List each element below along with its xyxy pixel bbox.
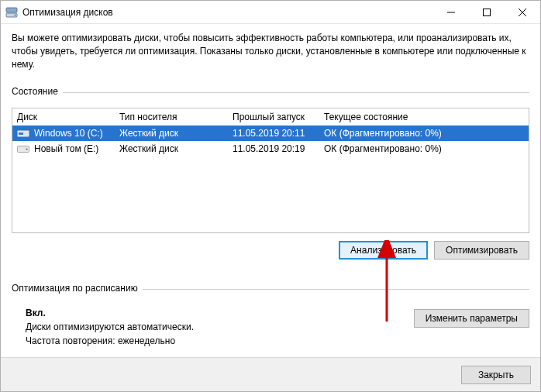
schedule-auto: Диски оптимизируются автоматически. <box>26 322 414 332</box>
schedule-section-label: Оптимизация по расписанию <box>12 283 138 294</box>
svg-point-7 <box>26 149 27 150</box>
schedule-section: Вкл. Диски оптимизируются автоматически.… <box>12 308 529 349</box>
divider <box>63 92 529 93</box>
change-settings-button[interactable]: Изменить параметры <box>414 309 529 328</box>
drives-table: Диск Тип носителя Прошлый запуск Текущее… <box>12 108 529 233</box>
schedule-freq: Частота повторения: еженедельно <box>26 335 414 346</box>
table-actions: Анализировать Оптимизировать <box>12 241 529 260</box>
cell-state: ОК (Фрагментировано: 0%) <box>324 128 524 139</box>
analyze-button[interactable]: Анализировать <box>339 241 428 260</box>
cell-last: 11.05.2019 20:19 <box>233 143 324 154</box>
divider <box>143 289 529 290</box>
cell-media: Жесткий диск <box>119 128 233 139</box>
intro-text: Вы можете оптимизировать диски, чтобы по… <box>12 32 529 70</box>
table-header: Диск Тип носителя Прошлый запуск Текущее… <box>12 108 529 126</box>
col-header-state[interactable]: Текущее состояние <box>324 112 524 122</box>
table-row[interactable]: Новый том (E:) Жесткий диск 11.05.2019 2… <box>12 141 529 156</box>
dialog-footer: Закрыть <box>1 357 540 391</box>
window-title: Оптимизация дисков <box>22 7 113 18</box>
status-section-label: Состояние <box>12 86 58 97</box>
cell-state: ОК (Фрагментировано: 0%) <box>324 143 524 154</box>
optimize-button[interactable]: Оптимизировать <box>434 241 529 260</box>
app-icon <box>5 6 18 19</box>
col-header-disk[interactable]: Диск <box>17 112 119 122</box>
svg-rect-3 <box>484 9 491 15</box>
cell-last: 11.05.2019 20:11 <box>233 128 324 139</box>
close-button[interactable] <box>505 1 540 24</box>
maximize-button[interactable] <box>469 1 505 24</box>
drive-icon <box>17 129 29 138</box>
svg-rect-0 <box>6 8 17 12</box>
drive-icon <box>17 144 29 153</box>
col-header-last[interactable]: Прошлый запуск <box>233 112 324 122</box>
table-body: Windows 10 (C:) Жесткий диск 11.05.2019 … <box>12 126 529 232</box>
col-header-media[interactable]: Тип носителя <box>119 112 233 122</box>
svg-rect-5 <box>19 132 23 135</box>
cell-disk: Windows 10 (C:) <box>34 128 103 139</box>
svg-point-2 <box>15 14 16 15</box>
titlebar: Оптимизация дисков <box>1 1 540 24</box>
cell-media: Жесткий диск <box>119 143 233 154</box>
cell-disk: Новый том (E:) <box>34 143 98 154</box>
schedule-on: Вкл. <box>26 308 414 318</box>
close-dialog-button[interactable]: Закрыть <box>461 366 531 384</box>
minimize-button[interactable] <box>433 1 469 24</box>
table-row[interactable]: Windows 10 (C:) Жесткий диск 11.05.2019 … <box>12 126 529 141</box>
